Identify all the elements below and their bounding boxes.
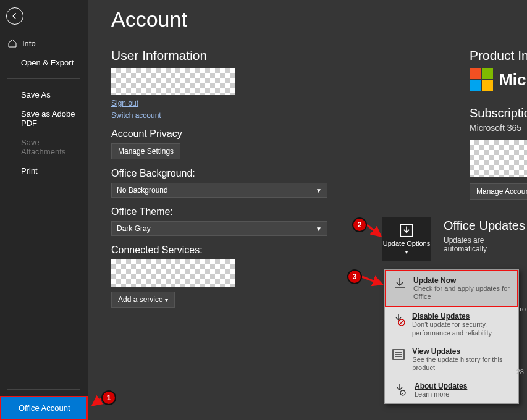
services-heading: Connected Services: [111,245,334,256]
nav-label: Print [21,166,38,175]
chevron-down-icon: ▾ [165,296,168,303]
back-button[interactable] [6,7,23,25]
add-service-button[interactable]: Add a service ▾ [111,292,175,308]
sidebar-divider [7,389,80,390]
left-column: User Information Sign out Switch account… [111,44,334,308]
nav-save-as[interactable]: Save As [0,85,88,104]
menu-about-updates[interactable]: About Updates Learn more [385,377,518,403]
nav-label: Save as Adobe PDF [21,109,82,128]
subscription-heading: Subscription Product [470,106,527,120]
menu-view-updates[interactable]: View Updates See the update history for … [385,342,518,377]
manage-settings-button[interactable]: Manage Settings [111,143,180,159]
subscription-name: Microsoft 365 [470,123,527,133]
nav-print[interactable]: Print [0,161,88,180]
backstage-sidebar: Info Open & Export Save As Save as Adobe… [0,0,88,420]
nav-save-attachments: Save Attachments [0,133,88,161]
logo-square-green [482,68,493,79]
list-icon [391,347,406,362]
chevron-down-icon: ▾ [405,250,408,255]
menu-desc: See the update history for this product [412,356,512,372]
background-heading: Office Background: [111,168,334,179]
logo-square-red [470,68,481,79]
menu-desc: Don't update for security, performance a… [412,321,512,337]
home-icon [7,38,17,48]
logo-square-blue [470,80,481,91]
annotation-arrow-2 [366,224,384,242]
manage-account-button[interactable]: Manage Account [470,183,527,200]
menu-desc: Learn more [415,390,467,398]
product-info-heading: Product Information [470,48,527,63]
microsoft-squares-icon [470,68,493,91]
privacy-heading: Account Privacy [111,128,334,140]
office-updates-desc: Updates are automatically [444,236,527,253]
nav-open-export[interactable]: Open & Export [0,53,88,72]
menu-title: About Updates [415,382,467,390]
sign-out-link[interactable]: Sign out [111,99,334,107]
annotation-badge-2: 2 [352,217,367,232]
office-background-select[interactable]: No Background ▼ [111,183,327,198]
page-title: Account [111,7,527,32]
theme-heading: Office Theme: [111,206,334,217]
nav-save-adobe-pdf[interactable]: Save as Adobe PDF [0,104,88,133]
microsoft-logo: Microsoft [470,68,527,91]
user-info-heading: User Information [111,48,334,63]
nav-info[interactable]: Info [0,33,88,53]
menu-disable-updates[interactable]: Disable Updates Don't update for securit… [385,307,518,342]
nav-label: Info [22,39,36,48]
nav-label: Save As [21,90,51,99]
update-options-menu: Update Now Check for and apply updates f… [384,269,519,404]
menu-title: View Updates [412,347,512,356]
select-value: Dark Gray [117,224,151,233]
office-theme-select[interactable]: Dark Gray ▼ [111,221,327,236]
tile-label: Update Options [383,240,430,247]
user-photo-placeholder [111,68,235,95]
update-options-button[interactable]: Update Options ▾ [382,217,431,261]
menu-title: Update Now [413,276,511,285]
sidebar-divider [7,78,80,79]
menu-desc: Check for and apply updates for Office [413,285,511,301]
nav-label: Save Attachments [21,138,82,156]
download-icon [392,276,407,291]
nav-label: Open & Export [21,58,74,67]
arrow-left-icon [11,12,19,20]
right-column: Product Information Microsoft Subscripti… [470,44,527,200]
select-value: No Background [117,186,168,195]
annotation-badge-3: 3 [347,269,362,284]
truncated-text: ro [520,305,526,313]
services-placeholder [111,259,235,287]
menu-title: Disable Updates [412,312,512,321]
logo-square-yellow [482,80,493,91]
chevron-down-icon: ▼ [316,225,322,232]
download-info-icon [392,382,407,397]
product-logo-placeholder [470,140,527,177]
menu-update-now[interactable]: Update Now Check for and apply updates f… [385,270,518,307]
download-blocked-icon [391,312,406,327]
switch-account-link[interactable]: Switch account [111,111,334,120]
truncated-text: 28. [516,368,526,376]
button-label: Add a service [118,295,163,304]
annotation-badge-1: 1 [101,390,116,405]
microsoft-wordmark: Microsoft [499,70,527,90]
office-updates-heading: Office Updates [444,219,525,233]
nav-office-account[interactable]: Office Account [0,396,88,420]
annotation-arrow-3 [361,274,386,289]
nav-label: Office Account [19,403,70,413]
chevron-down-icon: ▼ [316,187,322,194]
download-box-icon [398,222,415,238]
